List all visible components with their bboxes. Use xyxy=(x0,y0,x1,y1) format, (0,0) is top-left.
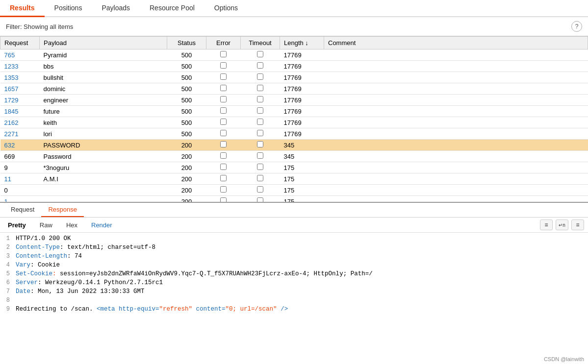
resp-tab-pretty[interactable]: Pretty xyxy=(4,220,30,230)
timeout-cell[interactable] xyxy=(241,61,280,72)
error-cell[interactable] xyxy=(206,72,241,83)
error-cell[interactable] xyxy=(206,173,241,185)
request-link[interactable]: 1845 xyxy=(4,108,19,115)
request-link[interactable]: 632 xyxy=(4,142,15,149)
timeout-cell[interactable] xyxy=(241,196,280,203)
status-cell: 500 xyxy=(167,83,206,95)
line-content: Date: Mon, 13 Jun 2022 13:30:33 GMT xyxy=(14,288,588,295)
table-row[interactable]: 2271lori50017769 xyxy=(0,128,588,140)
table-row[interactable]: 1233bbs50017769 xyxy=(0,61,588,72)
table-row[interactable]: 2162keith50017769 xyxy=(0,117,588,128)
line-content: Content-Type: text/html; charset=utf-8 xyxy=(14,244,588,251)
table-row[interactable]: 1200175 xyxy=(0,196,588,203)
comment-cell xyxy=(324,49,588,61)
error-cell[interactable] xyxy=(206,117,241,128)
line-content: Server: Werkzeug/0.14.1 Python/2.7.15rc1 xyxy=(14,279,588,286)
table-row[interactable]: 632PASSWORD200345 xyxy=(0,140,588,151)
error-cell[interactable] xyxy=(206,162,241,173)
error-cell[interactable] xyxy=(206,61,241,72)
timeout-cell[interactable] xyxy=(241,72,280,83)
tab-request[interactable]: Request xyxy=(4,203,41,217)
table-row[interactable]: 9*3noguru200175 xyxy=(0,162,588,173)
tab-payloads[interactable]: Payloads xyxy=(92,0,140,17)
status-cell: 200 xyxy=(167,140,206,151)
request-link[interactable]: 11 xyxy=(4,175,11,183)
help-button[interactable]: ? xyxy=(571,21,582,32)
timeout-cell[interactable] xyxy=(241,106,280,117)
error-cell[interactable] xyxy=(206,185,241,196)
request-link[interactable]: 2162 xyxy=(4,119,19,126)
status-cell: 200 xyxy=(167,185,206,196)
payload-cell: Pyramid xyxy=(40,49,167,61)
code-line: 9Redirecting to /scan. <meta http-equiv=… xyxy=(0,305,588,314)
request-link[interactable]: 765 xyxy=(4,51,15,59)
timeout-cell[interactable] xyxy=(241,49,280,61)
timeout-cell[interactable] xyxy=(241,151,280,162)
request-link[interactable]: 1729 xyxy=(4,97,19,104)
table-row[interactable]: 669Password200345 xyxy=(0,151,588,162)
length-cell: 17769 xyxy=(280,83,324,95)
col-header-length[interactable]: Length ↓ xyxy=(280,37,324,49)
table-row[interactable]: 1729engineer50017769 xyxy=(0,95,588,106)
table-header-row: Request Payload Status Error Timeout Len… xyxy=(0,37,588,49)
resp-icon-newline[interactable]: ↵n xyxy=(556,219,568,230)
error-cell[interactable] xyxy=(206,106,241,117)
error-cell[interactable] xyxy=(206,140,241,151)
payload-cell: PASSWORD xyxy=(40,140,167,151)
length-cell: 175 xyxy=(280,185,324,196)
resp-icon-format[interactable]: ≡ xyxy=(540,219,553,230)
resp-tab-render[interactable]: Render xyxy=(87,220,116,230)
line-number: 7 xyxy=(0,288,14,295)
status-cell: 200 xyxy=(167,151,206,162)
watermark: CSDN @lainwith xyxy=(544,356,584,362)
tab-resource-pool[interactable]: Resource Pool xyxy=(140,0,205,17)
response-toolbar: Pretty Raw Hex Render ≡ ↵n ≡ xyxy=(0,218,588,233)
error-cell[interactable] xyxy=(206,83,241,95)
timeout-cell[interactable] xyxy=(241,173,280,185)
payload-cell: dominic xyxy=(40,83,167,95)
error-cell[interactable] xyxy=(206,128,241,140)
timeout-cell[interactable] xyxy=(241,83,280,95)
resp-tab-raw[interactable]: Raw xyxy=(36,220,56,230)
error-cell[interactable] xyxy=(206,196,241,203)
comment-cell xyxy=(324,151,588,162)
request-link[interactable]: 1353 xyxy=(4,74,19,81)
table-row[interactable]: 1353bullshit50017769 xyxy=(0,72,588,83)
length-cell: 175 xyxy=(280,173,324,185)
resp-tab-hex[interactable]: Hex xyxy=(62,220,81,230)
line-content: Vary: Cookie xyxy=(14,262,588,268)
timeout-cell[interactable] xyxy=(241,185,280,196)
tab-options[interactable]: Options xyxy=(205,0,248,17)
tab-response[interactable]: Response xyxy=(41,203,84,217)
length-cell: 345 xyxy=(280,140,324,151)
error-cell[interactable] xyxy=(206,151,241,162)
request-link[interactable]: 1657 xyxy=(4,85,19,93)
payload-cell: lori xyxy=(40,128,167,140)
timeout-cell[interactable] xyxy=(241,128,280,140)
payload-cell xyxy=(40,196,167,203)
main-tabs: Results Positions Payloads Resource Pool… xyxy=(0,0,588,17)
code-line: 8 xyxy=(0,296,588,305)
tab-results[interactable]: Results xyxy=(0,0,45,17)
table-row[interactable]: 765Pyramid50017769 xyxy=(0,49,588,61)
timeout-cell[interactable] xyxy=(241,140,280,151)
tab-positions[interactable]: Positions xyxy=(45,0,92,17)
status-cell: 500 xyxy=(167,106,206,117)
error-cell[interactable] xyxy=(206,95,241,106)
table-row[interactable]: 11A.M.I200175 xyxy=(0,173,588,185)
timeout-cell[interactable] xyxy=(241,117,280,128)
timeout-cell[interactable] xyxy=(241,95,280,106)
timeout-cell[interactable] xyxy=(241,162,280,173)
line-number: 4 xyxy=(0,262,14,268)
table-row[interactable]: 1657dominic50017769 xyxy=(0,83,588,95)
request-link[interactable]: 1 xyxy=(4,198,8,203)
error-cell[interactable] xyxy=(206,49,241,61)
code-line: 5Set-Cookie: session=eyJsb2dnZWRfaW4iOnR… xyxy=(0,270,588,279)
request-link[interactable]: 2271 xyxy=(4,130,19,138)
comment-cell xyxy=(324,185,588,196)
table-row[interactable]: 1845future50017769 xyxy=(0,106,588,117)
request-link[interactable]: 1233 xyxy=(4,63,19,70)
resp-icon-wrap[interactable]: ≡ xyxy=(571,219,584,230)
table-row[interactable]: 0200175 xyxy=(0,185,588,196)
code-line: 3Content-Length: 74 xyxy=(0,252,588,261)
